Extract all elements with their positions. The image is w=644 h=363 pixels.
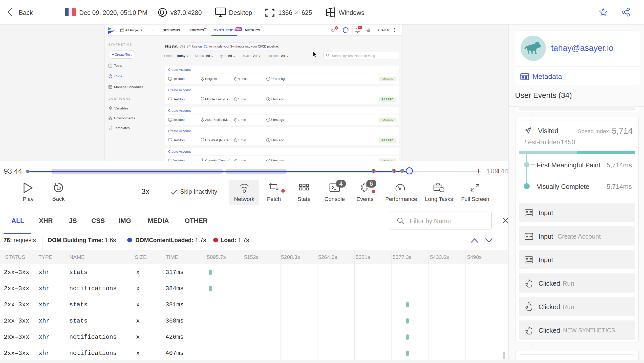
svg-text:10: 10 xyxy=(57,186,61,190)
